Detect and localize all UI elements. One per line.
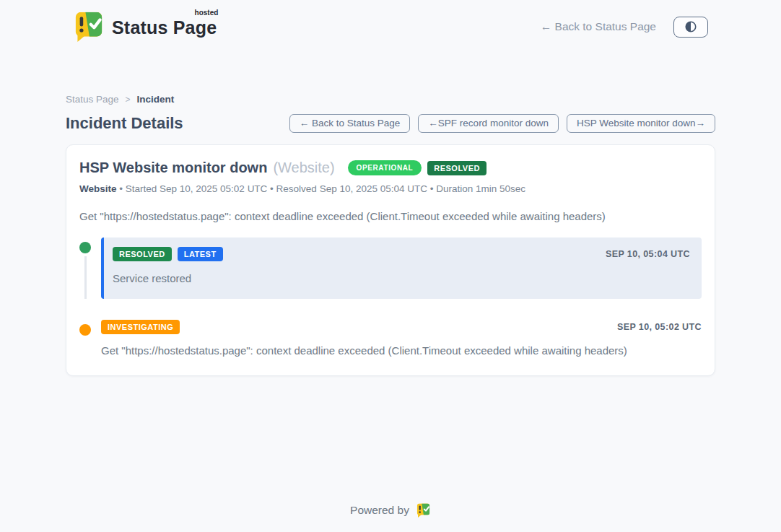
logo-text: Status Page (112, 17, 217, 38)
timeline-dot-orange (79, 324, 91, 336)
incident-meta: Website • Started Sep 10, 2025 05:02 UTC… (79, 183, 702, 194)
incident-timeline: RESOLVED LATEST SEP 10, 05:04 UTC Servic… (79, 237, 702, 357)
operational-badge: OPERATIONAL (348, 160, 422, 175)
statuspage-bubble-icon (73, 10, 105, 43)
footer: Powered by © 2025-10-08 14:10:34.772084 … (0, 502, 781, 532)
header: hosted Status Page ← Back to Status Page (0, 0, 781, 43)
timeline-latest-badge: LATEST (178, 247, 223, 261)
back-to-status-page-button[interactable]: ← Back to Status Page (289, 114, 411, 133)
incident-nav-buttons: ← Back to Status Page ←SPF record monito… (289, 114, 715, 133)
resolved-status-badge: RESOLVED (427, 161, 487, 175)
header-back-link[interactable]: ← Back to Status Page (541, 20, 656, 33)
prev-incident-button[interactable]: ←SPF record monitor down (418, 114, 559, 133)
timeline-highlight-box: RESOLVED LATEST SEP 10, 05:04 UTC Servic… (101, 237, 702, 299)
logo-hosted-superscript: hosted (195, 9, 219, 17)
breadcrumb-separator: > (126, 95, 131, 105)
incident-component: (Website) (273, 160, 334, 176)
incident-description: Get "https://hostedstatus.page": context… (79, 210, 702, 222)
timeline-investigating-badge: INVESTIGATING (101, 320, 180, 334)
page-title: Incident Details (66, 114, 183, 133)
timeline-message: Service restored (113, 272, 690, 284)
timeline-timestamp: SEP 10, 05:02 UTC (617, 322, 702, 332)
statuspage-logo[interactable]: hosted Status Page (73, 10, 217, 43)
timeline-message: Get "https://hostedstatus.page": context… (101, 344, 702, 357)
timeline-connector (84, 256, 87, 299)
next-incident-button[interactable]: HSP Website monitor down→ (567, 114, 715, 133)
half-circle-icon (684, 20, 697, 33)
incident-title: HSP Website monitor down (79, 160, 267, 176)
breadcrumb: Status Page > Incident (66, 94, 715, 105)
timeline-entry-resolved: RESOLVED LATEST SEP 10, 05:04 UTC Servic… (79, 237, 702, 299)
breadcrumb-status-page[interactable]: Status Page (66, 94, 119, 105)
timeline-resolved-badge: RESOLVED (113, 247, 172, 261)
breadcrumb-incident: Incident (137, 94, 175, 105)
timeline-dot-green (79, 242, 91, 253)
incident-meta-component: Website (79, 183, 117, 194)
incident-card: HSP Website monitor down (Website) OPERA… (66, 144, 715, 376)
main-content: Status Page > Incident Incident Details … (66, 94, 715, 376)
powered-by-label: Powered by (350, 504, 409, 517)
timeline-entry-investigating: INVESTIGATING SEP 10, 05:02 UTC Get "htt… (79, 320, 702, 357)
timeline-timestamp: SEP 10, 05:04 UTC (606, 249, 690, 259)
statuspage-bubble-icon (416, 502, 431, 518)
incident-meta-details: • Started Sep 10, 2025 05:02 UTC • Resol… (117, 183, 526, 194)
theme-toggle-button[interactable] (673, 17, 708, 38)
